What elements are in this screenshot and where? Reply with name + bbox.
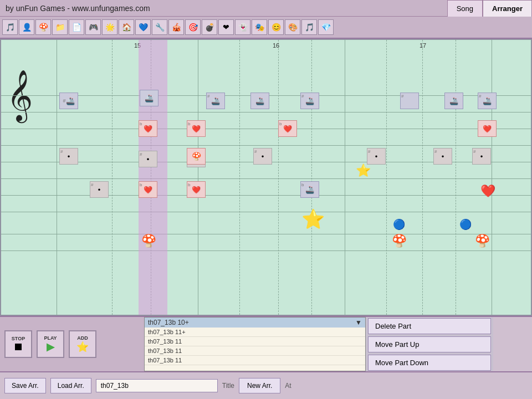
tab-song[interactable]: Song <box>447 0 483 17</box>
header: by unFun Games - www.unfungames.com Song… <box>0 0 532 17</box>
note-star-big[interactable]: ⭐ <box>303 209 323 229</box>
add-button[interactable]: ADD ⭐ <box>69 330 96 358</box>
sub-line-8 <box>456 40 456 315</box>
toolbar: 🎵 👤 🍄 📁 📄 🎮 🌟 🏠 💙 🔧 🎪 🎯 💣 ❤ 👻 🎭 😊 🎨 🎵 💎 <box>0 17 532 39</box>
toolbar-icon-3[interactable]: 🍄 <box>35 19 51 35</box>
toolbar-icon-18[interactable]: 🎨 <box>285 19 300 35</box>
measure-line-15-16 <box>198 40 198 315</box>
staff-line-9 <box>1 234 531 234</box>
note-ship-7[interactable]: #🚢 <box>478 93 497 109</box>
playlist-header: th07_13b 10+ ▼ <box>145 318 365 328</box>
toolbar-icon-2[interactable]: 👤 <box>19 19 34 35</box>
toolbar-icon-19[interactable]: 🎵 <box>301 19 317 35</box>
title-label: Title <box>222 382 234 390</box>
toolbar-icon-15[interactable]: 👻 <box>235 19 250 35</box>
main-area: 𝄞 15 16 17 #🚢 <box>0 39 532 371</box>
note-mario-1[interactable]: 🍄 <box>187 148 206 165</box>
toolbar-icon-13[interactable]: 💣 <box>202 19 217 35</box>
note-heart-3[interactable]: b❤️ <box>278 120 297 137</box>
note-spinner-2[interactable]: 🔵 <box>456 214 475 234</box>
right-buttons: Delete Part Move Part Up Move Part Down <box>366 317 493 371</box>
staff-line-3 <box>1 129 531 129</box>
staff-line-10 <box>1 250 531 251</box>
note-ship-2[interactable]: #🚢 <box>206 93 225 109</box>
sub-line-7 <box>422 40 423 315</box>
toolbar-icon-7[interactable]: 🌟 <box>102 19 117 35</box>
measure-line-16-17 <box>345 40 345 315</box>
bottom-panel: STOP ⏹ PLAY ▶ ADD ⭐ th07_13b 10+ ▼ th07_… <box>0 316 532 371</box>
stop-button[interactable]: STOP ⏹ <box>4 330 32 358</box>
note-sharp-7[interactable]: #• <box>472 148 491 165</box>
tab-arranger[interactable]: Arranger <box>483 0 532 17</box>
controls-section: STOP ⏹ PLAY ▶ ADD ⭐ <box>0 317 144 371</box>
note-heart-4[interactable]: ❤️ <box>478 120 497 137</box>
note-ship-1[interactable]: #🚢 <box>59 93 78 109</box>
toolbar-icon-20[interactable]: 💎 <box>318 19 334 35</box>
playlist-item-3[interactable]: th07_13b 11 <box>145 356 365 365</box>
at-label: At <box>285 382 291 390</box>
sub-line-6 <box>386 40 387 315</box>
toolbar-icon-16[interactable]: 🎭 <box>252 19 267 35</box>
note-spinner-1[interactable]: 🔵 <box>389 214 409 234</box>
tab-bar: Song Arranger <box>447 0 532 17</box>
new-arr-button[interactable]: New Arr. <box>239 378 280 393</box>
note-sharp-6[interactable]: #• <box>433 148 452 165</box>
staff-line-4 <box>1 145 531 146</box>
measure-line-start <box>57 40 57 315</box>
note-sharp-4[interactable]: #• <box>253 148 272 165</box>
measure-num-16: 16 <box>273 42 279 49</box>
note-heart-2[interactable]: b❤️ <box>187 120 206 137</box>
note-heart-big-1[interactable]: b❤️ <box>139 181 157 198</box>
playlist-item-1[interactable]: th07_13b 11 <box>145 337 365 346</box>
playlist-scroll[interactable]: th07_13b 11+ th07_13b 11 th07_13b 11 th0… <box>145 328 365 371</box>
toolbar-icon-6[interactable]: 🎮 <box>85 19 101 35</box>
toolbar-icon-5[interactable]: 📄 <box>69 19 84 35</box>
note-heart-5[interactable]: ❤️ <box>478 181 498 201</box>
note-heart-big-2[interactable]: b❤️ <box>187 181 206 198</box>
note-star-1[interactable]: ⭐ <box>353 161 373 181</box>
playlist-scroll-indicator: ▼ <box>355 319 362 326</box>
toolbar-icon-17[interactable]: 😊 <box>268 19 284 35</box>
measure-line-17-end <box>492 40 492 315</box>
playlist-item-2[interactable]: th07_13b 11 <box>145 346 365 356</box>
note-ship-4[interactable]: #🚢 <box>300 93 319 109</box>
playlist-item-0[interactable]: th07_13b 11+ <box>145 328 365 337</box>
staff-line-2 <box>1 112 531 112</box>
toolbar-icon-11[interactable]: 🎪 <box>168 19 184 35</box>
move-part-up-button[interactable]: Move Part Up <box>368 336 491 352</box>
note-ship-3[interactable]: 🚢 <box>250 93 269 109</box>
note-mario-2[interactable]: #• <box>90 181 109 198</box>
note-ship-6[interactable]: 🚢 <box>444 93 463 109</box>
play-button[interactable]: PLAY ▶ <box>37 330 64 358</box>
staff-area[interactable]: 𝄞 15 16 17 #🚢 <box>0 39 532 316</box>
move-part-down-button[interactable]: Move Part Down <box>368 355 491 371</box>
playlist-area: th07_13b 10+ ▼ th07_13b 11+ th07_13b 11 … <box>144 317 366 371</box>
header-title: by unFun Games - www.unfungames.com <box>6 4 150 13</box>
toolbar-icon-14[interactable]: ❤ <box>218 19 234 35</box>
toolbar-icon-9[interactable]: 💙 <box>135 19 151 35</box>
note-sharp-2-highlight[interactable]: #• <box>139 151 157 167</box>
staff-line-6 <box>1 178 531 179</box>
staff-line-7 <box>1 195 531 196</box>
sub-line-4 <box>278 40 279 315</box>
note-ship-5[interactable]: # <box>400 93 419 109</box>
toolbar-icon-4[interactable]: 📁 <box>52 19 68 35</box>
delete-part-button[interactable]: Delete Part <box>368 318 491 334</box>
toolbar-icon-12[interactable]: 🎯 <box>185 19 201 35</box>
toolbar-icon-1[interactable]: 🎵 <box>2 19 18 35</box>
note-sharp-1[interactable]: #• <box>59 148 78 165</box>
toolbar-icon-10[interactable]: 🔧 <box>152 19 167 35</box>
sub-line-3 <box>239 40 240 315</box>
current-measure-highlight <box>139 40 167 315</box>
load-arr-button[interactable]: Load Arr. <box>50 378 91 393</box>
note-mushroom-1-highlight[interactable]: 🍄 <box>139 231 158 251</box>
note-ship-flat-1[interactable]: b🚢 <box>300 181 319 198</box>
toolbar-icon-8[interactable]: 🏠 <box>119 19 134 35</box>
sub-line-1 <box>112 40 112 315</box>
title-input[interactable] <box>96 379 218 392</box>
note-ship-highlighted[interactable]: 🚢 <box>140 90 158 106</box>
measure-num-17: 17 <box>420 42 426 49</box>
status-bar: Save Arr. Load Arr. Title New Arr. At <box>0 371 532 399</box>
note-heart-1-highlight[interactable]: b❤️ <box>139 120 157 137</box>
save-arr-button[interactable]: Save Arr. <box>4 378 46 393</box>
